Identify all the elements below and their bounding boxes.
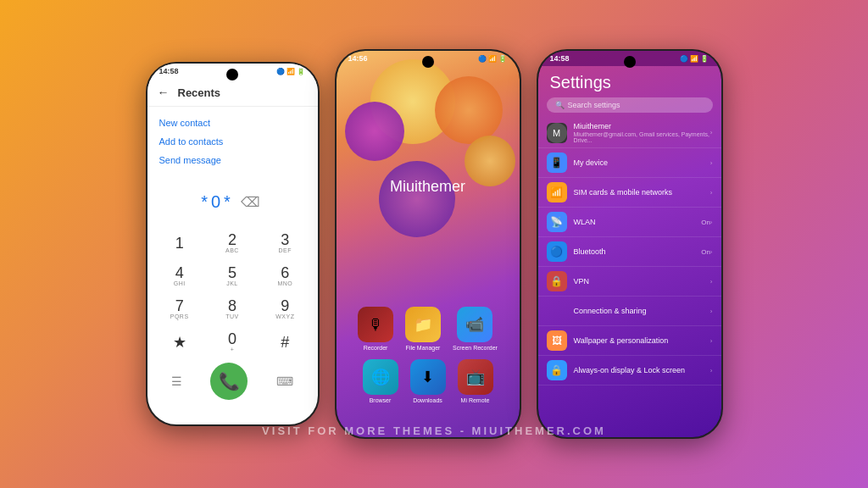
profile-name: Miuithemer <box>574 122 710 130</box>
contact-options: New contact Add to contacts Send message <box>147 107 318 176</box>
back-arrow[interactable]: ← <box>158 86 170 99</box>
app-row-2: 🌐 Browser ⬇ Downloads 📺 Mi Remote <box>345 359 511 403</box>
screen-recorder-icon: 📹 <box>457 307 492 342</box>
dial-key-0[interactable]: 0+ <box>207 326 258 358</box>
lock-icon: 🔒 <box>547 360 567 380</box>
app-browser[interactable]: 🌐 Browser <box>363 359 398 403</box>
wallpaper-name: Wallpaper & personalization <box>574 336 710 345</box>
app-recorder[interactable]: 🎙 Recorder <box>358 307 393 351</box>
lock-text: Always-on display & Lock screen <box>574 366 710 374</box>
settings-item-bt[interactable]: 🔵 Bluetooth On › <box>538 237 721 267</box>
phones-container: 14:58 🔵 📶 🔋 ← Recents New contact Add to… <box>0 0 868 488</box>
device-text: My device <box>574 158 710 167</box>
recorder-label: Recorder <box>364 345 388 351</box>
dial-key-8[interactable]: 8TUV <box>207 293 258 324</box>
files-icon: 📁 <box>405 307 441 342</box>
app-remote[interactable]: 📺 Mi Remote <box>458 359 493 403</box>
dialer-display: *0* ⌫ <box>147 176 318 227</box>
bottom-dialpad-icon[interactable]: ⌨ <box>276 374 293 388</box>
status-icons-right: 🔵 📶 🔋 <box>680 55 709 63</box>
time-center: 14:56 <box>348 54 368 63</box>
wlan-name: WLAN <box>574 218 702 226</box>
profile-sub: Miuithemer@gmail.com, Gmail services, Pa… <box>574 131 710 143</box>
settings-item-wlan[interactable]: 📡 WLAN On › <box>538 208 721 237</box>
camera-cutout-right <box>624 56 636 68</box>
wlan-icon: 📡 <box>547 212 567 232</box>
settings-item-conn[interactable]: Connection & sharing › <box>538 297 721 326</box>
files-label: File Manager <box>406 345 441 351</box>
camera-cutout-left <box>226 69 238 80</box>
call-icon: 📞 <box>219 371 240 391</box>
settings-item-device[interactable]: 📱 My device › <box>538 148 721 178</box>
bubble-3 <box>345 102 404 161</box>
conn-name: Connection & sharing <box>574 307 710 315</box>
settings-search-bar[interactable]: 🔍 Search settings <box>547 97 713 113</box>
mi-remote-label: Mi Remote <box>461 397 490 403</box>
vpn-name: VPN <box>574 277 710 286</box>
bubble-2 <box>435 76 503 144</box>
sim-name: SIM cards & mobile networks <box>574 188 710 197</box>
downloads-icon: ⬇ <box>410 359 446 395</box>
sim-icon: 📶 <box>547 182 567 202</box>
phone-right: 14:58 🔵 📶 🔋 Settings 🔍 Search settings M… <box>537 49 723 439</box>
dialer-screen: 14:58 🔵 📶 🔋 ← Recents New contact Add to… <box>147 64 318 424</box>
dial-key-1[interactable]: 1 <box>154 227 205 258</box>
chevron-vpn: › <box>710 278 713 286</box>
dial-key-5[interactable]: 5JKL <box>207 260 258 291</box>
watermark: VISIT FOR MORE THEMES - MIUITHEMER.COM <box>262 424 606 437</box>
conn-text: Connection & sharing <box>574 307 710 315</box>
app-screen-recorder[interactable]: 📹 Screen Recorder <box>453 307 498 351</box>
phone-center: 14:56 🔵 📶 🔋 Miuithemer 🎙 Recorder 📁 File… <box>335 49 521 439</box>
app-files[interactable]: 📁 File Manager <box>405 307 441 351</box>
dial-key-3[interactable]: 3DEF <box>259 227 310 258</box>
dial-key-9[interactable]: 9WXYZ <box>259 293 310 324</box>
lock-name: Always-on display & Lock screen <box>574 366 710 374</box>
home-screen: 14:56 🔵 📶 🔋 Miuithemer 🎙 Recorder 📁 File… <box>337 51 520 437</box>
chevron-lock: › <box>710 367 713 374</box>
dial-bottom: ☰ 📞 ⌨ <box>147 358 318 408</box>
profile-icon: M <box>547 123 567 143</box>
app-downloads[interactable]: ⬇ Downloads <box>410 359 446 403</box>
settings-item-profile[interactable]: M Miuithemer Miuithemer@gmail.com, Gmail… <box>538 118 721 148</box>
settings-item-sim[interactable]: 📶 SIM cards & mobile networks › <box>538 178 721 208</box>
wallpaper-icon: 🖼 <box>547 330 567 351</box>
dial-key-star[interactable]: ★ <box>154 326 205 358</box>
vpn-text: VPN <box>574 277 710 286</box>
add-contact-btn[interactable]: Add to contacts <box>159 132 306 151</box>
dial-key-hash[interactable]: # <box>259 326 310 358</box>
home-username: Miuithemer <box>337 178 520 196</box>
sim-text: SIM cards & mobile networks <box>574 188 710 197</box>
dial-key-4[interactable]: 4GHI <box>154 260 205 291</box>
dialer-header: ← Recents <box>147 79 318 107</box>
chevron-wallpaper: › <box>710 337 713 345</box>
recorder-icon: 🎙 <box>358 307 393 342</box>
send-message-btn[interactable]: Send message <box>159 151 306 169</box>
dial-key-6[interactable]: 6MNO <box>259 260 310 291</box>
bt-icon: 🔵 <box>547 241 567 262</box>
new-contact-btn[interactable]: New contact <box>159 114 306 132</box>
dial-key-7[interactable]: 7PQRS <box>154 293 205 324</box>
bt-value: On <box>701 248 710 256</box>
status-icons-left: 🔵 📶 🔋 <box>276 68 305 75</box>
settings-item-vpn[interactable]: 🔒 VPN › <box>538 267 721 297</box>
phone-left: 14:58 🔵 📶 🔋 ← Recents New contact Add to… <box>146 62 320 426</box>
downloads-label: Downloads <box>413 397 442 403</box>
bottom-menu-icon[interactable]: ☰ <box>171 374 182 388</box>
profile-text: Miuithemer Miuithemer@gmail.com, Gmail s… <box>574 122 710 143</box>
status-icons-center: 🔵 📶 🔋 <box>478 55 507 63</box>
browser-label: Browser <box>370 397 392 403</box>
settings-item-lock[interactable]: 🔒 Always-on display & Lock screen › <box>538 356 721 385</box>
chevron-conn: › <box>710 308 713 315</box>
bubble-5 <box>379 161 455 237</box>
backspace-btn[interactable]: ⌫ <box>241 194 264 210</box>
call-button[interactable]: 📞 <box>210 363 248 400</box>
search-icon: 🔍 <box>555 101 565 109</box>
dial-number: *0* <box>201 192 234 212</box>
camera-cutout-center <box>422 56 434 68</box>
chevron-wlan: › <box>710 219 713 226</box>
bt-name: Bluetooth <box>574 247 702 256</box>
chevron-sim: › <box>710 189 713 197</box>
settings-item-wallpaper[interactable]: 🖼 Wallpaper & personalization › <box>538 326 721 356</box>
bt-text: Bluetooth <box>574 247 702 256</box>
dial-key-2[interactable]: 2ABC <box>207 227 258 258</box>
